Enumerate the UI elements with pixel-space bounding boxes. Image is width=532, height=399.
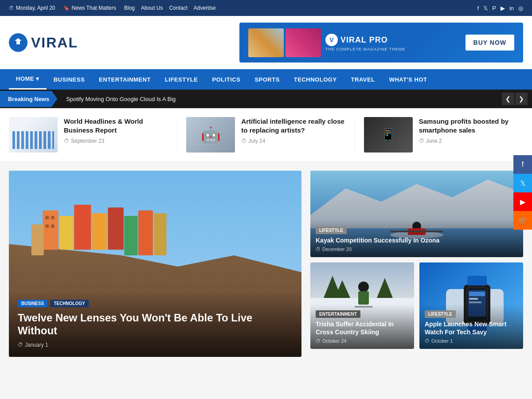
ad-buy-button[interactable]: BUY NOW: [466, 35, 514, 51]
featured-title-2: Artificial intelligence really close to …: [241, 117, 345, 134]
featured-item-3[interactable]: 📱 Samsung profits boosted by smartphone …: [355, 117, 523, 153]
featured-info-2: Artificial intelligence really close to …: [241, 117, 345, 144]
tag-lifestyle: LIFESTYLE: [316, 227, 347, 234]
nav-item-sports[interactable]: SPORTS: [247, 70, 286, 89]
nav-link-entertainment[interactable]: ENTERTAINMENT: [92, 70, 158, 89]
svg-rect-15: [51, 224, 55, 228]
tag-technology: TECHNOLOGY: [50, 300, 89, 307]
nav-item-travel[interactable]: TRAVEL: [344, 70, 382, 89]
svg-rect-4: [59, 216, 73, 250]
svg-rect-5: [74, 205, 91, 250]
skiing-card[interactable]: ENTERTAINMENT Trisha Suffer Accidental I…: [310, 262, 414, 349]
featured-info-3: Samsung profits boosted by smartphone sa…: [419, 117, 523, 144]
social-yt-top[interactable]: ▶: [501, 5, 505, 12]
nav-item-whatshot[interactable]: WHAT'S HOT: [382, 70, 434, 89]
big-card[interactable]: BUSINESS TECHNOLOGY Twelve New Lenses Yo…: [9, 171, 301, 357]
svg-rect-37: [469, 292, 485, 296]
nav-item-home[interactable]: HOME ▾: [9, 69, 47, 90]
nav-item-business[interactable]: BUSINESS: [47, 70, 92, 89]
nav-link-technology[interactable]: TECHNOLOGY: [287, 70, 344, 89]
nav-link-whatshot[interactable]: WHAT'S HOT: [382, 70, 434, 89]
nav-link-travel[interactable]: TRAVEL: [344, 70, 382, 89]
social-sidebar: f 𝕏 ▶ 🛒: [513, 155, 532, 230]
watch-date: ⏱ October 1: [425, 338, 518, 344]
svg-rect-11: [154, 213, 166, 255]
topnav-contact[interactable]: Contact: [169, 5, 187, 11]
svg-rect-9: [124, 216, 137, 255]
nav-item-politics[interactable]: POLITICS: [205, 70, 247, 89]
clock-icon-skiing: ⏱: [316, 338, 321, 344]
logo-icon: [9, 33, 27, 52]
social-fb-top[interactable]: f: [477, 5, 479, 12]
big-card-tags: BUSINESS TECHNOLOGY: [18, 300, 293, 307]
svg-rect-10: [138, 210, 153, 255]
social-youtube[interactable]: ▶: [513, 192, 532, 211]
featured-thumb-2: 🤖: [186, 117, 235, 153]
social-facebook[interactable]: f: [513, 155, 532, 174]
clock-icon-big: ⏱: [18, 342, 23, 348]
kayak-title: Kayak Competition Successfully In Ozona: [316, 236, 518, 244]
social-shop[interactable]: 🛒: [513, 211, 532, 230]
breaking-prev[interactable]: ❮: [502, 93, 514, 105]
skiing-title: Trisha Suffer Accidental In Cross Countr…: [316, 320, 409, 336]
top-bar: ⏱ Monday, April 20 🔖 News That Matters B…: [0, 0, 532, 16]
logo-text: VIRAL: [31, 35, 78, 51]
svg-rect-13: [51, 216, 55, 219]
tag-entertainment: ENTERTAINMENT: [316, 310, 360, 318]
featured-item-1[interactable]: World Headlines & World Business Report …: [9, 117, 168, 153]
svg-rect-41: [467, 276, 487, 286]
ad-thumb-1: [248, 28, 284, 57]
nav-link-sports[interactable]: SPORTS: [247, 70, 286, 89]
featured-title-3: Samsung profits boosted by smartphone sa…: [419, 117, 523, 134]
top-bar-social: f 𝕏 P ▶ in ◎: [477, 5, 523, 12]
kayak-card[interactable]: LIFESTYLE Kayak Competition Successfully…: [310, 171, 523, 257]
clock-icon-2: ⏱: [241, 138, 246, 144]
skiing-tag: ENTERTAINMENT: [316, 309, 409, 317]
breaking-nav: ❮ ❯: [502, 93, 532, 105]
nav-link-lifestyle[interactable]: LIFESTYLE: [158, 70, 205, 89]
topnav-blog[interactable]: Blog: [124, 5, 135, 11]
social-li-top[interactable]: in: [509, 5, 514, 12]
ad-text-area: V VIRAL PRO THE COMPLETE MAGAZINE THEME: [321, 34, 466, 51]
svg-rect-14: [46, 224, 49, 228]
nav-link-home[interactable]: HOME ▾: [9, 69, 47, 90]
main-nav: HOME ▾ BUSINESS ENTERTAINMENT LIFESTYLE …: [0, 69, 532, 90]
ad-banner[interactable]: V VIRAL PRO THE COMPLETE MAGAZINE THEME …: [239, 23, 523, 63]
clock-icon-watch: ⏱: [425, 338, 430, 344]
main-content: BUSINESS TECHNOLOGY Twelve New Lenses Yo…: [0, 162, 532, 366]
social-tw-top[interactable]: 𝕏: [483, 5, 488, 12]
big-card-overlay: BUSINESS TECHNOLOGY Twelve New Lenses Yo…: [9, 291, 301, 357]
featured-item-2[interactable]: 🤖 Artificial intelligence really close t…: [177, 117, 345, 153]
kayak-overlay: LIFESTYLE Kayak Competition Successfully…: [310, 220, 523, 257]
social-twitter[interactable]: 𝕏: [513, 174, 532, 192]
featured-thumb-3: 📱: [364, 117, 413, 153]
watch-card[interactable]: LIFESTYLE Apple Launches New Smart Watch…: [419, 262, 523, 349]
nav-item-lifestyle[interactable]: LIFESTYLE: [158, 70, 205, 89]
topnav-about[interactable]: About Us: [141, 5, 163, 11]
nav-link-business[interactable]: BUSINESS: [47, 70, 92, 89]
watch-title: Apple Launches New Smart Watch For Tech …: [425, 320, 518, 336]
ad-v-icon: V: [325, 34, 338, 46]
clock-icon-1: ⏱: [64, 138, 69, 144]
nav-item-technology[interactable]: TECHNOLOGY: [287, 70, 344, 89]
breaking-next[interactable]: ❯: [515, 93, 528, 105]
kayak-date: ⏱ December 20: [316, 246, 518, 252]
svg-rect-8: [31, 224, 44, 255]
breaking-news-bar: Breaking News Spotify Moving Onto Google…: [0, 90, 532, 108]
clock-icon-3: ⏱: [419, 138, 424, 144]
ad-screenshots: [248, 28, 321, 57]
ad-logo: V VIRAL PRO: [325, 34, 388, 46]
skiing-date: ⏱ October 24: [316, 338, 409, 344]
site-logo[interactable]: VIRAL: [9, 33, 78, 52]
social-ig-top[interactable]: ◎: [518, 5, 523, 12]
bottom-row: ENTERTAINMENT Trisha Suffer Accidental I…: [310, 262, 523, 349]
svg-point-28: [358, 282, 369, 292]
social-pin-top[interactable]: P: [492, 5, 496, 12]
featured-title-1: World Headlines & World Business Report: [64, 117, 168, 134]
topnav-advertise[interactable]: Advertise: [194, 5, 216, 11]
nav-item-entertainment[interactable]: ENTERTAINMENT: [92, 70, 158, 89]
featured-date-2: ⏱ July 24: [241, 138, 345, 144]
svg-rect-29: [358, 291, 369, 305]
svg-rect-12: [46, 216, 49, 219]
nav-link-politics[interactable]: POLITICS: [205, 70, 247, 89]
